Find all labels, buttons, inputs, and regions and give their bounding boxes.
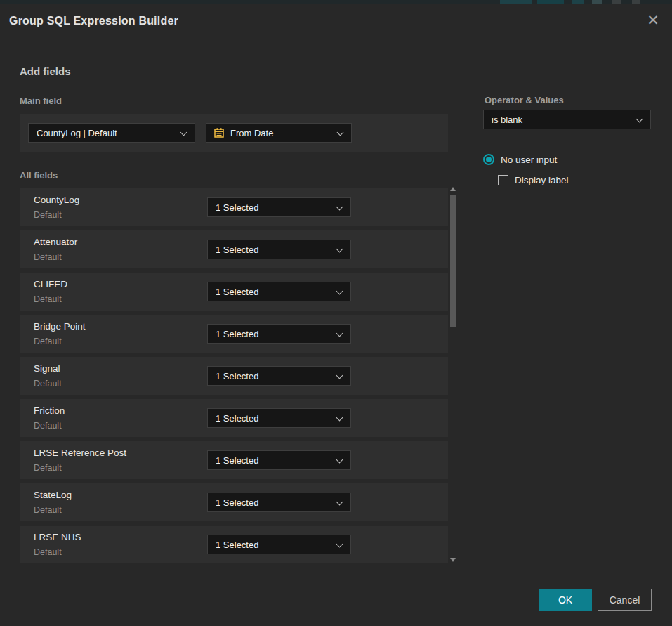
chevron-down-icon xyxy=(336,372,343,379)
field-name: Attenuator xyxy=(34,237,77,247)
field-row: Attenuator Default 1 Selected xyxy=(20,230,448,268)
chevron-down-icon xyxy=(636,116,643,123)
chevron-down-icon xyxy=(336,457,343,464)
field-subtitle: Default xyxy=(34,463,62,473)
field-name: Bridge Point xyxy=(34,321,86,332)
dialog-title: Group SQL Expression Builder xyxy=(9,15,178,27)
field-row: LRSE Reference Post Default 1 Selected xyxy=(20,441,448,479)
field-selection-value: 1 Selected xyxy=(216,202,258,213)
field-selection-dropdown[interactable]: 1 Selected xyxy=(207,450,351,470)
field-name: LRSE NHS xyxy=(34,532,81,542)
chevron-down-icon xyxy=(336,415,343,422)
field-selection-value: 1 Selected xyxy=(216,413,258,424)
no-user-input-label: No user input xyxy=(501,155,557,165)
calendar-date-icon xyxy=(213,127,225,138)
field-selection-value: 1 Selected xyxy=(216,497,258,508)
scrollbar-up-arrow-icon[interactable] xyxy=(450,187,456,191)
checkbox-unchecked-icon xyxy=(498,175,508,185)
chevron-down-icon xyxy=(180,129,187,136)
field-selection-dropdown[interactable]: 1 Selected xyxy=(207,240,351,259)
main-field-heading: Main field xyxy=(20,96,62,106)
ok-button[interactable]: OK xyxy=(539,589,592,611)
field-selection-dropdown[interactable]: 1 Selected xyxy=(207,197,351,217)
operator-select-value: is blank xyxy=(492,115,522,125)
radio-selected-icon xyxy=(483,154,494,165)
field-row: StateLog Default 1 Selected xyxy=(20,483,448,521)
field-name: CLIFED xyxy=(34,279,67,289)
field-subtitle: Default xyxy=(34,547,62,557)
field-selection-dropdown[interactable]: 1 Selected xyxy=(207,324,351,344)
field-row: LRSE NHS Default 1 Selected xyxy=(20,526,448,563)
field-selection-value: 1 Selected xyxy=(216,287,258,297)
field-selection-value: 1 Selected xyxy=(216,455,258,466)
scrollbar-down-arrow-icon[interactable] xyxy=(450,558,456,562)
field-name: CountyLog xyxy=(34,195,79,205)
field-selection-dropdown[interactable]: 1 Selected xyxy=(207,535,351,554)
field-selection-value: 1 Selected xyxy=(216,329,258,339)
field-selection-dropdown[interactable]: 1 Selected xyxy=(207,408,351,428)
add-fields-heading: Add fields xyxy=(20,65,71,77)
field-name: LRSE Reference Post xyxy=(34,448,126,458)
dialog-titlebar: Group SQL Expression Builder ✕ xyxy=(0,4,672,39)
field-subtitle: Default xyxy=(34,337,62,346)
field-selection-value: 1 Selected xyxy=(216,371,258,382)
field-selection-dropdown[interactable]: 1 Selected xyxy=(207,282,351,301)
panel-divider xyxy=(466,88,466,569)
field-subtitle: Default xyxy=(34,210,62,220)
no-user-input-radio[interactable]: No user input xyxy=(483,154,557,165)
chevron-down-icon xyxy=(336,246,343,253)
display-label-checkbox[interactable]: Display label xyxy=(498,175,569,185)
field-subtitle: Default xyxy=(34,252,62,262)
chevron-down-icon xyxy=(336,541,343,548)
main-field-band: CountyLog | Default From Date xyxy=(20,114,448,152)
cancel-button[interactable]: Cancel xyxy=(598,589,652,611)
field-subtitle: Default xyxy=(34,379,62,389)
field-row: CLIFED Default 1 Selected xyxy=(20,273,448,311)
close-icon[interactable]: ✕ xyxy=(643,11,663,30)
field-subtitle: Default xyxy=(34,421,62,431)
field-subtitle: Default xyxy=(34,294,62,304)
chevron-down-icon xyxy=(336,288,343,295)
field-row: Bridge Point Default 1 Selected xyxy=(20,315,448,353)
field-row: Signal Default 1 Selected xyxy=(20,357,448,395)
field-selection-value: 1 Selected xyxy=(216,244,258,255)
field-row: CountyLog Default 1 Selected xyxy=(20,188,448,226)
chevron-down-icon xyxy=(336,204,343,211)
field-selection-value: 1 Selected xyxy=(216,540,258,550)
main-field-select-value: From Date xyxy=(230,128,273,138)
field-name: Friction xyxy=(34,405,65,416)
operator-values-heading: Operator & Values xyxy=(485,95,564,105)
scrollbar-thumb[interactable] xyxy=(450,195,456,327)
layer-select-value: CountyLog | Default xyxy=(37,128,117,138)
operator-select[interactable]: is blank xyxy=(483,110,651,129)
chevron-down-icon xyxy=(336,330,343,337)
all-fields-heading: All fields xyxy=(20,170,58,181)
display-label-text: Display label xyxy=(515,175,569,185)
field-selection-dropdown[interactable]: 1 Selected xyxy=(207,493,351,512)
field-selection-dropdown[interactable]: 1 Selected xyxy=(207,366,351,386)
group-sql-expression-builder-dialog: Group SQL Expression Builder ✕ Add field… xyxy=(0,4,672,626)
field-row: Friction Default 1 Selected xyxy=(20,399,448,437)
layer-select[interactable]: CountyLog | Default xyxy=(28,123,195,143)
field-name: Signal xyxy=(34,363,60,374)
chevron-down-icon xyxy=(336,499,343,506)
field-name: StateLog xyxy=(34,490,72,500)
chevron-down-icon xyxy=(337,129,344,136)
main-field-select[interactable]: From Date xyxy=(206,123,352,143)
field-subtitle: Default xyxy=(34,505,62,515)
